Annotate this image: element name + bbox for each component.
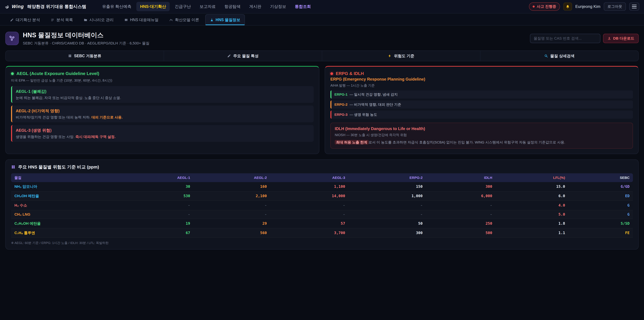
- erpg-level-desc: — 일시적 건강 영향, 냄새 감지: [350, 92, 398, 97]
- col-erpg2: ERPG-2: [348, 173, 426, 182]
- db-download-label: DB 다운로드: [613, 36, 634, 41]
- aegl-level-name: AEGL-1 (불쾌감): [16, 89, 310, 94]
- section-tab-sebc[interactable]: SEBC 거동분류: [6, 51, 164, 61]
- folder-icon: [84, 18, 88, 22]
- erpg-level-name: ERPG-3: [334, 113, 348, 117]
- section-tab-label: 위험도 기준: [394, 53, 414, 59]
- logout-button[interactable]: 로그아웃: [604, 2, 626, 11]
- table-row-toluene[interactable]: C₇H₈ 톨루엔 67 560 3,700 300 500 1.1 FE: [11, 228, 633, 238]
- erpg-idlh-panel: ERPG & IDLH ERPG (Emergency Response Pla…: [325, 66, 639, 154]
- aegl-panel-title: AEGL (Acute Exposure Guideline Level): [11, 71, 314, 76]
- title-block: HNS 물질정보 데이터베이스 SEBC 거동분류 · CHRIS/CAMEO …: [23, 31, 526, 46]
- search-icon: [544, 54, 548, 58]
- substance-name: C₇H₈ 톨루엔: [11, 228, 117, 238]
- green-dot-icon: [11, 72, 14, 75]
- table-row-lng[interactable]: CH₄ LNG - - - - - 5.0 G: [11, 210, 633, 219]
- tab-hns-substance-info[interactable]: HNS 물질정보: [205, 14, 245, 25]
- table-row-ethanol[interactable]: C₂H₅OH 에탄올 19 29 57 50 250 1.8 S/SD: [11, 219, 633, 228]
- col-lfl: LFL(%): [496, 173, 568, 182]
- section-tab-properties[interactable]: 주요 물질 특성: [164, 51, 322, 61]
- tab-label: 시나리오 관리: [90, 17, 114, 23]
- erpg-level-desc: — 비가역적 영향, 대피 판단 기준: [350, 102, 401, 107]
- nav-item-aerial-search[interactable]: 항공탐색: [221, 2, 244, 11]
- col-substance: 물질: [11, 173, 117, 182]
- section-tab-detail-search[interactable]: 물질 상세검색: [480, 51, 638, 61]
- erpg-level-1: ERPG-1 — 일시적 건강 영향, 냄새 감지: [330, 91, 633, 99]
- nav-item-weather[interactable]: 기상정보: [266, 2, 290, 11]
- section-tab-hazard-criteria[interactable]: 위험도 기준: [322, 51, 480, 61]
- incident-badge-label: 사고 진행중: [537, 4, 556, 9]
- tab-analysis-list[interactable]: 분석 목록: [46, 14, 78, 25]
- grid-icon: [68, 54, 72, 58]
- section-tab-label: 물질 상세검색: [550, 53, 574, 59]
- substance-name: NH₃ 암모니아: [11, 182, 117, 191]
- substance-name: C₂H₅OH 에탄올: [11, 219, 117, 228]
- erpg-title-text: ERPG & IDLH: [336, 71, 364, 76]
- comparison-table-title: 주요 HNS 물질별 위험도 기준 비교 (ppm): [11, 164, 633, 170]
- tab-scenario-management[interactable]: 시나리오 관리: [79, 14, 118, 25]
- idlh-highlight: 최대 허용 노출 한계: [335, 140, 368, 144]
- aegl-level-2: AEGL-2 (비가역적 영향) 비가역적/장기적 건강 영향 또는 대피 능력…: [11, 106, 314, 122]
- nav-item-reports[interactable]: 보고자료: [196, 2, 219, 11]
- idlh-section: IDLH (Immediately Dangerous to Life or H…: [330, 123, 633, 149]
- substance-name: CH₄ LNG: [11, 210, 117, 219]
- erpg-level-name: ERPG-1: [334, 93, 348, 97]
- table-grid-icon: [11, 165, 16, 169]
- module-tabbar: 대기확산 분석 분석 목록 시나리오 관리 HNS 대응매뉴얼 확산모델 이론 …: [0, 14, 644, 26]
- idlh-subtitle: NIOSH — 30분 노출 시 생명/건강에 즉각적 위험: [335, 133, 628, 137]
- aegl-title-text: AEGL (Acute Exposure Guideline Level): [16, 71, 99, 76]
- erpg-level-name: ERPG-2: [334, 103, 348, 107]
- page-header: HNS 물질정보 데이터베이스 SEBC 거동분류 · CHRIS/CAMEO …: [0, 26, 644, 50]
- aegl-level-desc: 생명을 위협하는 건강 영향 또는 사망. 즉시 대피/제독 구역 설정.: [16, 134, 310, 139]
- col-aegl1: AEGL-1: [117, 173, 193, 182]
- notifications-button[interactable]: [563, 3, 572, 11]
- erpg-panel-title: ERPG & IDLH: [330, 71, 633, 76]
- brand-title: 해양환경 위기대응 통합시스템: [27, 4, 86, 10]
- substance-name: CH₃OH 메탄올: [11, 191, 117, 201]
- aegl-level-1: AEGL-1 (불쾌감) 눈에 띄는 불쾌감, 자극 또는 비감각적 증상. 노…: [11, 86, 314, 103]
- erpg-level-3: ERPG-3 — 생명 위협 농도: [330, 111, 633, 119]
- substance-search-input[interactable]: [530, 34, 600, 43]
- col-idlh: IDLH: [426, 173, 496, 182]
- hazard-comparison-table: 물질 AEGL-1 AEGL-2 AEGL-3 ERPG-2 IDLH LFL(…: [11, 173, 633, 238]
- table-row-ammonia[interactable]: NH₃ 암모니아 30 160 1,100 150 300 15.0 G/GD: [11, 182, 633, 191]
- nav-item-rescue[interactable]: 긴급구난: [171, 2, 194, 11]
- nav-item-hns-dispersion[interactable]: HNS·대기확산: [136, 2, 170, 11]
- incident-status-badge: 사고 진행중: [529, 2, 560, 11]
- list-icon: [51, 18, 54, 22]
- erpg-level-desc: — 생명 위협 농도: [350, 112, 377, 117]
- criteria-panels: AEGL (Acute Exposure Guideline Level) 미국…: [5, 66, 639, 154]
- bell-icon: [566, 4, 570, 9]
- tab-hns-manual[interactable]: HNS 대응매뉴얼: [120, 14, 163, 25]
- tab-model-theory[interactable]: 확산모델 이론: [164, 14, 204, 25]
- hamburger-menu-button[interactable]: [629, 3, 639, 11]
- section-tab-label: 주요 물질 특성: [233, 53, 258, 59]
- tab-label: 대기확산 분석: [16, 17, 40, 23]
- molecule-icon: [5, 32, 19, 45]
- tab-label: 분석 목록: [56, 17, 73, 23]
- lightning-icon: [388, 54, 392, 58]
- incident-pulse-dot: [533, 6, 535, 8]
- page-title: HNS 물질정보 데이터베이스: [23, 31, 526, 40]
- nav-item-integrated-search[interactable]: 통합조회: [291, 2, 314, 11]
- red-dot-icon: [330, 72, 333, 75]
- nav-item-oil-spill[interactable]: 유출유 확산예측: [98, 2, 135, 11]
- db-download-button[interactable]: DB 다운로드: [603, 34, 639, 43]
- wing-logo-icon: [5, 4, 10, 9]
- idlh-description: 최대 허용 노출 한계로서 이 농도를 초과하면 자급식 호흡장치(SCBA) …: [335, 140, 628, 145]
- tab-label: 확산모델 이론: [175, 17, 199, 23]
- table-title-text: 주요 HNS 물질별 위험도 기준 비교 (ppm): [18, 164, 99, 170]
- main-nav: 유출유 확산예측 HNS·대기확산 긴급구난 보고자료 항공탐색 게시판 기상정…: [98, 2, 526, 11]
- erpg-level-2: ERPG-2 — 비가역적 영향, 대피 판단 기준: [330, 101, 633, 109]
- flask-icon: [210, 18, 214, 22]
- nav-item-board[interactable]: 게시판: [246, 2, 265, 11]
- pencil-icon: [227, 54, 231, 58]
- table-row-hydrogen[interactable]: H₂ 수소 - - - - - 4.0 G: [11, 201, 633, 210]
- table-row-methanol[interactable]: CH₃OH 메탄올 530 2,100 14,000 1,000 6,000 6…: [11, 191, 633, 201]
- book-icon: [124, 18, 128, 22]
- app-logo[interactable]: Wing: [5, 4, 24, 9]
- substance-name: H₂ 수소: [11, 201, 117, 210]
- section-tab-label: SEBC 거동분류: [74, 53, 101, 59]
- tab-label: HNS 물질정보: [216, 17, 240, 23]
- tab-dispersion-analysis[interactable]: 대기확산 분석: [5, 14, 44, 25]
